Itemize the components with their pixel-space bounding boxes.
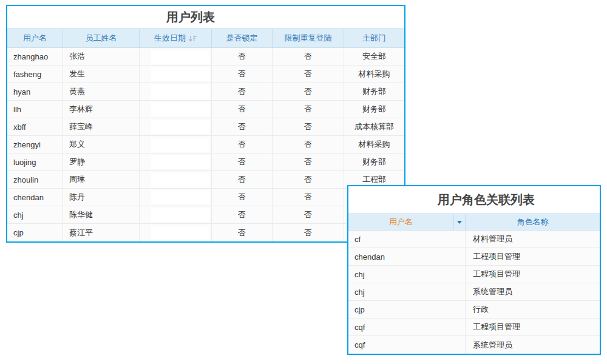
table-row[interactable]: cjp蔡江平否否: [7, 224, 404, 241]
username-cell: fasheng: [7, 66, 63, 83]
effective-date-cell: [140, 153, 212, 170]
table-row[interactable]: zhoulin周琳否否工程部: [7, 171, 404, 189]
username-cell: zhengyi: [7, 136, 63, 153]
employee-name-cell: 黄燕: [63, 83, 140, 100]
effective-date-input[interactable]: [151, 120, 209, 134]
table-row[interactable]: xbff薛宝峰否否成本核算部: [7, 118, 404, 136]
role-username-cell: cf: [348, 231, 466, 248]
table-row[interactable]: chj系统管理员: [348, 283, 600, 301]
restrict-login-cell: 否: [273, 136, 344, 153]
employee-name-cell: 郑义: [63, 136, 140, 153]
effective-date-input[interactable]: [151, 155, 209, 169]
column-header-effective-date[interactable]: 生效日期: [140, 29, 212, 47]
effective-date-input[interactable]: [151, 138, 209, 152]
is-locked-cell: 否: [212, 83, 273, 100]
restrict-login-cell: 否: [273, 118, 344, 135]
restrict-login-cell: 否: [273, 66, 344, 83]
user-list-body: zhanghao张浩否否安全部fasheng发生否否材料采购hyan黄燕否否财务…: [7, 48, 404, 241]
restrict-login-cell: 否: [273, 189, 344, 206]
column-header-is-locked[interactable]: 是否锁定: [212, 29, 273, 47]
role-name-cell: 系统管理员: [466, 283, 600, 300]
user-role-panel: 用户角色关联列表 用户名 角色名称 cf材料管理员chendan工程项目管理ch…: [347, 185, 601, 355]
effective-date-input[interactable]: [151, 226, 209, 240]
employee-name-cell: 陈丹: [63, 189, 140, 206]
table-row[interactable]: llh李林辉否否财务部: [7, 101, 404, 118]
effective-date-input[interactable]: [151, 85, 209, 99]
employee-name-cell: 张浩: [63, 48, 140, 65]
department-cell: 财务部: [344, 83, 404, 100]
effective-date-input[interactable]: [151, 173, 209, 187]
table-row[interactable]: luojing罗静否否财务部: [7, 153, 404, 171]
table-row[interactable]: chj陈华健否否: [7, 206, 404, 224]
effective-date-input[interactable]: [151, 208, 209, 222]
table-row[interactable]: hyan黄燕否否财务部: [7, 83, 404, 101]
username-filter-cell[interactable]: [454, 214, 466, 230]
employee-name-cell: 罗静: [63, 153, 140, 170]
user-list-header: 用户名 员工姓名 生效日期 是否锁定 限制重复登陆 主部门: [7, 29, 404, 48]
effective-date-input[interactable]: [151, 190, 209, 204]
effective-date-input[interactable]: [151, 67, 209, 81]
is-locked-cell: 否: [212, 153, 273, 170]
effective-date-input[interactable]: [151, 50, 209, 64]
column-header-role-name[interactable]: 角色名称: [466, 214, 600, 230]
column-header-main-department[interactable]: 主部门: [344, 29, 404, 47]
username-cell: luojing: [7, 153, 63, 170]
user-role-body: cf材料管理员chendan工程项目管理chj工程项目管理chj系统管理员cjp…: [348, 231, 600, 354]
user-role-title: 用户角色关联列表: [361, 186, 607, 214]
role-name-cell: 工程项目管理: [466, 248, 600, 265]
is-locked-cell: 否: [212, 118, 273, 135]
restrict-login-cell: 否: [273, 206, 344, 223]
effective-date-cell: [140, 83, 212, 100]
table-row[interactable]: cqf系统管理员: [348, 336, 600, 354]
username-cell: zhanghao: [7, 48, 63, 65]
department-cell: 材料采购: [344, 66, 404, 83]
department-cell: 财务部: [344, 101, 404, 118]
username-cell: chendan: [7, 189, 63, 206]
column-header-restrict-duplicate-login[interactable]: 限制重复登陆: [273, 29, 344, 47]
table-row[interactable]: zhengyi郑义否否材料采购: [7, 136, 404, 153]
username-cell: xbff: [7, 118, 63, 135]
role-username-cell: cqf: [348, 336, 466, 354]
employee-name-cell: 薛宝峰: [63, 118, 140, 135]
username-cell: chj: [7, 206, 63, 223]
restrict-login-cell: 否: [273, 224, 344, 241]
is-locked-cell: 否: [212, 66, 273, 83]
restrict-login-cell: 否: [273, 48, 344, 65]
user-list-title: 用户列表: [0, 6, 389, 29]
department-cell: 成本核算部: [344, 118, 404, 135]
role-username-cell: chendan: [348, 248, 466, 265]
table-row[interactable]: cf材料管理员: [348, 231, 600, 248]
employee-name-cell: 发生: [63, 66, 140, 83]
dropdown-arrow-icon[interactable]: [457, 221, 462, 224]
effective-date-cell: [140, 171, 212, 188]
role-name-cell: 工程项目管理: [466, 266, 600, 283]
is-locked-cell: 否: [212, 171, 273, 188]
employee-name-cell: 周琳: [63, 171, 140, 188]
table-row[interactable]: fasheng发生否否材料采购: [7, 66, 404, 83]
role-username-cell: cjp: [348, 301, 466, 318]
username-cell: cjp: [7, 224, 63, 241]
table-row[interactable]: chj工程项目管理: [348, 266, 600, 283]
sort-amount-icon[interactable]: [189, 35, 197, 42]
column-header-employee-name[interactable]: 员工姓名: [63, 29, 140, 47]
table-row[interactable]: chendan工程项目管理: [348, 248, 600, 266]
effective-date-cell: [140, 101, 212, 118]
restrict-login-cell: 否: [273, 83, 344, 100]
restrict-login-cell: 否: [273, 153, 344, 170]
is-locked-cell: 否: [212, 101, 273, 118]
table-row[interactable]: zhanghao张浩否否安全部: [7, 48, 404, 66]
is-locked-cell: 否: [212, 224, 273, 241]
username-cell: hyan: [7, 83, 63, 100]
user-role-header: 用户名 角色名称: [348, 214, 600, 231]
role-username-cell: chj: [348, 266, 466, 283]
effective-date-input[interactable]: [151, 103, 209, 116]
username-cell: llh: [7, 101, 63, 118]
effective-date-cell: [140, 118, 212, 135]
table-row[interactable]: chendan陈丹否否: [7, 189, 404, 206]
column-header-role-username[interactable]: 用户名: [348, 214, 454, 230]
table-row[interactable]: cjp行政: [348, 301, 600, 318]
employee-name-cell: 李林辉: [63, 101, 140, 118]
table-row[interactable]: cqf工程项目管理: [348, 318, 600, 336]
column-header-username[interactable]: 用户名: [7, 29, 63, 47]
employee-name-cell: 陈华健: [63, 206, 140, 223]
